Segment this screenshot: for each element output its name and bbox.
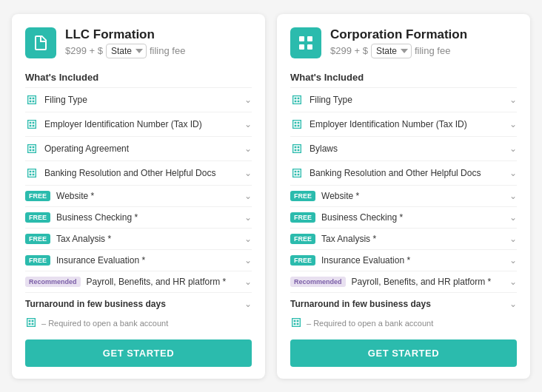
get-started-button[interactable]: GET STARTED: [25, 339, 252, 367]
item-left: FREE Business Checking *: [25, 212, 138, 223]
chevron-icon: ⌄: [509, 143, 517, 154]
building-icon: [25, 118, 39, 131]
chevron-icon: ⌄: [244, 168, 252, 178]
item-left: FREE Business Checking *: [290, 212, 403, 223]
chevron-icon: ⌄: [509, 191, 517, 201]
card-title: LLC Formation: [65, 27, 185, 42]
item-label: Business Checking *: [321, 212, 403, 223]
bank-note: – Required to open a bank account: [290, 317, 517, 331]
bank-note-text: – Required to open a bank account: [307, 319, 433, 328]
turnaround-label: Turnaround in few business days: [290, 299, 431, 309]
chevron-icon: ⌄: [244, 212, 252, 223]
free-badge: FREE: [290, 234, 315, 244]
item-left: Filing Type: [25, 93, 87, 107]
item-label: Employer Identification Number (Tax ID): [44, 119, 202, 129]
item-label: Business Checking *: [56, 212, 138, 223]
turnaround-label: Turnaround in few business days: [25, 299, 166, 309]
chevron-icon: ⌄: [509, 255, 517, 266]
card-header: Corporation Formation $299 + $ State ALA…: [290, 27, 517, 58]
building-icon: [290, 93, 304, 107]
item-left: Employer Identification Number (Tax ID): [290, 118, 467, 131]
turnaround-chevron: ⌄: [244, 299, 252, 309]
section-title: What's Included: [290, 72, 517, 83]
price-prefix: $299 + $: [65, 45, 103, 56]
item-row-8[interactable]: Recommended Payroll, Benefits, and HR pl…: [290, 271, 517, 292]
item-label: Website *: [321, 191, 359, 201]
item-row-2[interactable]: Operating Agreement ⌄: [25, 136, 252, 160]
turnaround-row[interactable]: Turnaround in few business days ⌄: [290, 292, 517, 312]
item-label: Insurance Evaluation *: [56, 255, 145, 266]
item-row-5[interactable]: FREE Business Checking * ⌄: [25, 206, 252, 228]
free-badge: FREE: [290, 212, 315, 223]
item-row-1[interactable]: Employer Identification Number (Tax ID) …: [290, 112, 517, 136]
free-badge: FREE: [25, 234, 50, 244]
turnaround-row[interactable]: Turnaround in few business days ⌄: [25, 292, 252, 312]
item-row-8[interactable]: Recommended Payroll, Benefits, and HR pl…: [25, 271, 252, 292]
item-label: Bylaws: [310, 143, 338, 154]
chevron-icon: ⌄: [509, 212, 517, 223]
item-row-0[interactable]: Filing Type ⌄: [290, 87, 517, 112]
item-label: Tax Analysis *: [56, 234, 111, 244]
item-row-7[interactable]: FREE Insurance Evaluation * ⌄: [25, 249, 252, 271]
svg-rect-0: [299, 36, 304, 41]
state-select[interactable]: State ALAKAZCA COFLGANY TXWA: [106, 44, 147, 58]
item-left: FREE Tax Analysis *: [290, 234, 376, 244]
item-label: Website *: [56, 191, 94, 201]
item-left: FREE Insurance Evaluation *: [25, 255, 145, 266]
item-row-7[interactable]: FREE Insurance Evaluation * ⌄: [290, 249, 517, 271]
bank-icon: [290, 317, 302, 331]
chevron-icon: ⌄: [244, 191, 252, 201]
item-row-5[interactable]: FREE Business Checking * ⌄: [290, 206, 517, 228]
card-title: Corporation Formation: [330, 27, 467, 42]
item-row-4[interactable]: FREE Website * ⌄: [25, 185, 252, 206]
item-left: FREE Website *: [290, 191, 359, 201]
svg-rect-1: [307, 36, 312, 41]
item-label: Operating Agreement: [44, 143, 129, 154]
item-left: Recommended Payroll, Benefits, and HR pl…: [25, 277, 226, 287]
item-row-6[interactable]: FREE Tax Analysis * ⌄: [25, 228, 252, 249]
item-row-6[interactable]: FREE Tax Analysis * ⌄: [290, 228, 517, 249]
card-price: $299 + $ State ALAKAZCA COFLGANY TXWA fi…: [65, 44, 185, 58]
item-left: Bylaws: [290, 142, 338, 155]
chevron-icon: ⌄: [244, 255, 252, 266]
item-row-3[interactable]: Banking Resolution and Other Helpful Doc…: [25, 160, 252, 185]
item-left: FREE Insurance Evaluation *: [290, 255, 410, 266]
chevron-icon: ⌄: [244, 277, 252, 287]
cards-container: LLC Formation $299 + $ State ALAKAZCA CO…: [12, 14, 530, 379]
item-row-0[interactable]: Filing Type ⌄: [25, 87, 252, 112]
svg-rect-3: [307, 44, 312, 50]
item-row-4[interactable]: FREE Website * ⌄: [290, 185, 517, 206]
building-icon: [290, 142, 304, 155]
free-badge: FREE: [25, 255, 50, 266]
item-left: Recommended Payroll, Benefits, and HR pl…: [290, 277, 491, 287]
item-row-1[interactable]: Employer Identification Number (Tax ID) …: [25, 112, 252, 136]
building-icon: [25, 93, 39, 107]
free-badge: FREE: [25, 212, 50, 223]
item-row-3[interactable]: Banking Resolution and Other Helpful Doc…: [290, 160, 517, 185]
chevron-icon: ⌄: [509, 277, 517, 287]
item-label: Payroll, Benefits, and HR platform *: [87, 277, 227, 287]
chevron-icon: ⌄: [509, 234, 517, 244]
building-icon: [25, 142, 39, 155]
item-left: Operating Agreement: [25, 142, 129, 155]
chevron-icon: ⌄: [244, 119, 252, 129]
building-icon: [290, 166, 304, 180]
card-header: LLC Formation $299 + $ State ALAKAZCA CO…: [25, 27, 252, 58]
llc-icon: [25, 27, 56, 58]
item-left: FREE Tax Analysis *: [25, 234, 111, 244]
chevron-icon: ⌄: [244, 143, 252, 154]
svg-rect-2: [299, 44, 304, 50]
free-badge: FREE: [290, 191, 315, 201]
get-started-button[interactable]: GET STARTED: [290, 339, 517, 367]
chevron-icon: ⌄: [509, 95, 517, 105]
price-suffix: filing fee: [415, 45, 450, 56]
item-label: Tax Analysis *: [321, 234, 376, 244]
bank-note: – Required to open a bank account: [25, 317, 252, 331]
building-icon: [290, 118, 304, 131]
state-select[interactable]: State ALAKAZCA COFLGANY TXWA: [371, 44, 412, 58]
item-label: Filing Type: [44, 95, 87, 105]
item-row-2[interactable]: Bylaws ⌄: [290, 136, 517, 160]
item-label: Filing Type: [310, 95, 352, 105]
item-left: Banking Resolution and Other Helpful Doc…: [290, 166, 481, 180]
free-badge: FREE: [25, 191, 50, 201]
